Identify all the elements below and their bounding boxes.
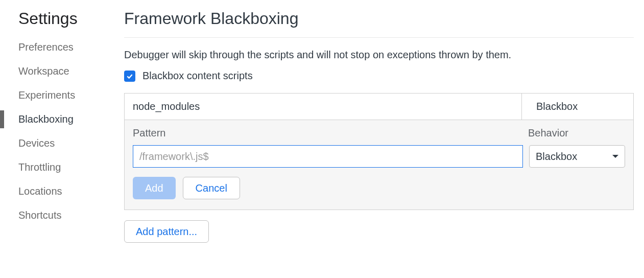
blackbox-content-scripts-label: Blackbox content scripts xyxy=(142,70,253,82)
pattern-cell: node_modules xyxy=(125,94,522,120)
sidebar-item-throttling[interactable]: Throttling xyxy=(0,155,110,179)
add-pattern-button[interactable]: Add pattern... xyxy=(124,220,209,243)
cancel-button[interactable]: Cancel xyxy=(183,177,240,199)
page-title: Framework Blackboxing xyxy=(124,9,634,38)
edit-controls: Blackbox xyxy=(133,145,625,168)
edit-pattern-section: Pattern Behavior Blackbox Add Cancel xyxy=(125,120,633,210)
sidebar-item-experiments[interactable]: Experiments xyxy=(0,83,110,107)
sidebar-title: Settings xyxy=(0,9,110,35)
sidebar-item-blackboxing[interactable]: Blackboxing xyxy=(0,107,110,131)
page-description: Debugger will skip through the scripts a… xyxy=(124,49,634,61)
blackbox-content-scripts-row: Blackbox content scripts xyxy=(124,70,634,82)
sidebar-item-devices[interactable]: Devices xyxy=(0,131,110,155)
sidebar-item-workspace[interactable]: Workspace xyxy=(0,59,110,83)
table-row[interactable]: node_modules Blackbox xyxy=(125,94,633,120)
behavior-cell: Blackbox xyxy=(522,94,633,120)
edit-buttons: Add Cancel xyxy=(133,177,625,199)
chevron-down-icon xyxy=(612,155,618,158)
pattern-input[interactable] xyxy=(133,145,523,168)
behavior-select[interactable]: Blackbox xyxy=(529,145,625,168)
behavior-select-value: Blackbox xyxy=(536,151,577,163)
behavior-header: Behavior xyxy=(522,127,625,139)
main-panel: Framework Blackboxing Debugger will skip… xyxy=(110,0,644,278)
add-pattern-section: Add pattern... xyxy=(124,220,634,243)
blackbox-content-scripts-checkbox[interactable] xyxy=(124,71,135,82)
sidebar-nav: Preferences Workspace Experiments Blackb… xyxy=(0,35,110,227)
sidebar-item-shortcuts[interactable]: Shortcuts xyxy=(0,203,110,227)
checkmark-icon xyxy=(126,72,134,80)
sidebar-item-locations[interactable]: Locations xyxy=(0,179,110,203)
add-button[interactable]: Add xyxy=(133,177,176,199)
settings-sidebar: Settings Preferences Workspace Experimen… xyxy=(0,0,110,278)
sidebar-item-preferences[interactable]: Preferences xyxy=(0,35,110,59)
edit-headers: Pattern Behavior xyxy=(133,127,625,139)
pattern-header: Pattern xyxy=(133,127,522,139)
patterns-table: node_modules Blackbox Pattern Behavior B… xyxy=(124,93,634,210)
